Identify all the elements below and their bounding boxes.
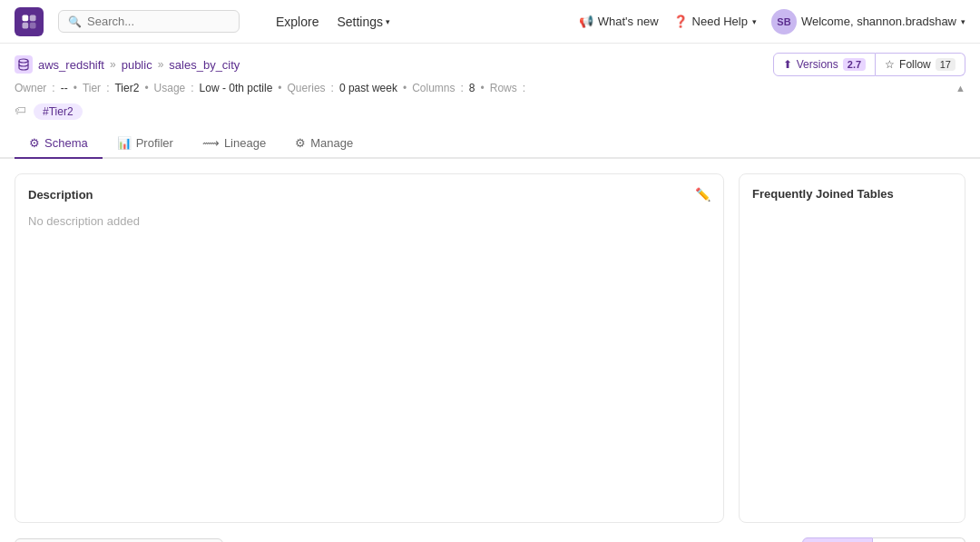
- main-content: Description ✏️ No description added Freq…: [0, 159, 980, 537]
- svg-rect-3: [30, 22, 36, 28]
- versions-badge: 2.7: [843, 58, 866, 71]
- logo: [15, 7, 44, 36]
- breadcrumb-actions: ⬆ Versions 2.7 ☆ Follow 17: [773, 53, 965, 76]
- nav-right: 📢 What's new ❓ Need Help ▾ SB Welcome, s…: [579, 9, 965, 34]
- usage-value: Low - 0th pctile: [200, 82, 273, 94]
- global-search[interactable]: 🔍: [58, 10, 240, 33]
- nav-links: Explore Settings ▾: [276, 15, 390, 29]
- edit-description-icon[interactable]: ✏️: [695, 187, 710, 202]
- svg-point-4: [19, 59, 28, 63]
- columns-value: 8: [469, 82, 475, 94]
- breadcrumb: aws_redshift » public » sales_by_city: [15, 55, 240, 74]
- queries-value: 0 past week: [339, 82, 397, 94]
- tab-schema[interactable]: ⚙ Schema: [15, 129, 103, 159]
- svg-rect-2: [23, 22, 29, 28]
- tier-value: Tier2: [114, 82, 139, 94]
- versions-icon: ⬆: [783, 58, 792, 71]
- collapse-button[interactable]: ▲: [956, 83, 965, 94]
- schema-toggle-btn[interactable]: Schema: [802, 537, 873, 542]
- settings-link[interactable]: Settings ▾: [337, 15, 390, 29]
- frequently-joined-card: Frequently Joined Tables: [739, 173, 965, 523]
- view-toggle: Schema Sample Data: [802, 537, 965, 542]
- rows-label: Rows: [490, 82, 517, 94]
- joined-header: Frequently Joined Tables: [752, 187, 952, 201]
- below-content: 🔍 Schema Sample Data Column Name Data Ty…: [0, 537, 980, 542]
- meta-row: Owner : -- • Tier : Tier2 • Usage : Low …: [0, 76, 980, 100]
- lineage-icon: ⟿: [202, 136, 220, 150]
- search-input[interactable]: [87, 15, 230, 28]
- breadcrumb-sep-1: »: [110, 58, 116, 71]
- description-card: Description ✏️ No description added: [15, 173, 724, 523]
- settings-arrow-icon: ▾: [386, 17, 390, 26]
- follow-button[interactable]: ☆ Follow 17: [876, 53, 965, 76]
- follow-count-badge: 17: [936, 58, 956, 71]
- help-icon: ❓: [673, 15, 688, 28]
- tab-manage[interactable]: ⚙ Manage: [280, 129, 368, 159]
- breadcrumb-bar: aws_redshift » public » sales_by_city ⬆ …: [0, 44, 980, 76]
- breadcrumb-sep-2: »: [158, 58, 164, 71]
- svg-rect-0: [23, 15, 29, 21]
- tier-label: Tier: [83, 82, 101, 94]
- user-menu[interactable]: SB Welcome, shannon.bradshaw ▾: [771, 9, 965, 34]
- star-icon: ☆: [885, 58, 895, 71]
- table-search[interactable]: 🔍: [15, 538, 223, 542]
- columns-label: Columns: [412, 82, 455, 94]
- svg-rect-1: [30, 15, 36, 21]
- db-icon: [15, 55, 33, 74]
- explore-link[interactable]: Explore: [276, 15, 318, 29]
- breadcrumb-schema[interactable]: public: [122, 58, 152, 72]
- tags-row: 🏷 #Tier2: [0, 100, 980, 127]
- queries-label: Queries: [288, 82, 326, 94]
- tag-icon: 🏷: [15, 103, 26, 120]
- top-nav: 🔍 Explore Settings ▾ 📢 What's new ❓ Need…: [0, 0, 980, 44]
- manage-icon: ⚙: [295, 136, 306, 150]
- owner-value: --: [61, 82, 68, 94]
- search-filter-row: 🔍 Schema Sample Data: [15, 537, 965, 542]
- owner-label: Owner: [15, 82, 46, 94]
- sample-data-toggle-btn[interactable]: Sample Data: [873, 537, 965, 542]
- search-icon: 🔍: [68, 15, 82, 28]
- joined-title: Frequently Joined Tables: [752, 187, 894, 201]
- description-title: Description: [28, 188, 93, 202]
- whats-new-btn[interactable]: 📢 What's new: [579, 15, 659, 28]
- no-description-text: No description added: [28, 214, 710, 228]
- breadcrumb-table[interactable]: sales_by_city: [169, 58, 240, 72]
- tier2-tag[interactable]: #Tier2: [34, 103, 83, 120]
- tab-lineage[interactable]: ⟿ Lineage: [188, 129, 280, 159]
- usage-label: Usage: [154, 82, 186, 94]
- breadcrumb-db[interactable]: aws_redshift: [38, 58, 104, 72]
- need-help-btn[interactable]: ❓ Need Help ▾: [673, 15, 757, 28]
- help-arrow-icon: ▾: [752, 17, 757, 26]
- profiler-icon: 📊: [117, 136, 132, 150]
- tab-profiler[interactable]: 📊 Profiler: [103, 129, 188, 159]
- versions-button[interactable]: ⬆ Versions 2.7: [773, 53, 876, 76]
- schema-icon: ⚙: [29, 136, 40, 150]
- megaphone-icon: 📢: [579, 15, 593, 28]
- avatar: SB: [771, 9, 797, 34]
- description-header: Description ✏️: [28, 187, 710, 202]
- tabs-row: ⚙ Schema 📊 Profiler ⟿ Lineage ⚙ Manage: [0, 129, 980, 159]
- user-arrow-icon: ▾: [961, 17, 965, 26]
